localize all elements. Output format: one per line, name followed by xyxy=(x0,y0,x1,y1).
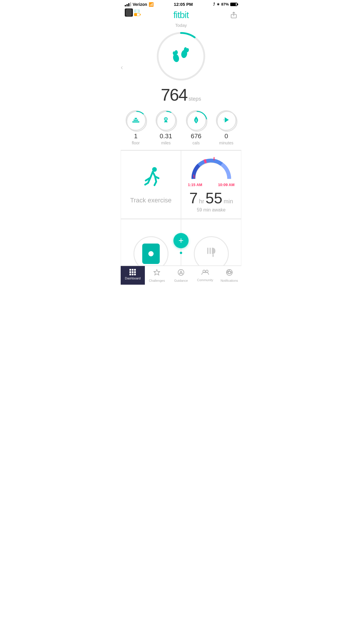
cals-circle xyxy=(186,110,206,131)
sleep-min-label: min xyxy=(224,198,233,204)
floors-circle xyxy=(126,110,146,131)
minutes-value: 0 xyxy=(224,132,228,140)
log-tile[interactable] xyxy=(121,219,181,266)
food-tile[interactable] xyxy=(181,219,241,266)
status-left: Verizon 📶 xyxy=(125,2,154,7)
stat-floors[interactable]: 1 floor xyxy=(126,110,146,145)
sleep-tile[interactable]: 1:15 AM 10:09 AM 7 hr 55 min 59 min awak… xyxy=(181,150,241,219)
log-dot xyxy=(148,251,154,256)
battery-indicator xyxy=(230,3,237,6)
cals-unit: cals xyxy=(192,141,200,145)
sleep-start-time: 1:15 AM xyxy=(188,183,202,187)
log-circle xyxy=(133,236,168,266)
signal-bars xyxy=(125,2,131,6)
nav-dashboard[interactable]: Dashboard xyxy=(121,266,145,285)
svg-line-25 xyxy=(194,175,194,178)
food-circle xyxy=(194,236,229,266)
svg-rect-27 xyxy=(207,248,208,254)
steps-circle xyxy=(155,30,207,83)
guidance-icon xyxy=(178,269,184,278)
minutes-unit: minutes xyxy=(219,141,233,145)
svg-point-18 xyxy=(165,118,166,120)
add-button[interactable]: + xyxy=(173,233,189,248)
nav-community-label: Community xyxy=(197,278,213,282)
log-card xyxy=(142,244,160,264)
cals-value: 676 xyxy=(191,132,201,140)
sleep-gauge xyxy=(188,155,235,180)
minutes-icon xyxy=(222,116,230,125)
svg-point-33 xyxy=(203,270,205,272)
svg-marker-30 xyxy=(154,270,160,275)
sleep-hours: 7 xyxy=(189,190,198,206)
nav-notifications[interactable]: Notifications xyxy=(217,266,241,285)
svg-rect-28 xyxy=(210,248,211,254)
device-icon xyxy=(125,8,133,17)
svg-point-34 xyxy=(206,270,208,272)
stat-cals[interactable]: 676 cals xyxy=(186,110,206,145)
device-battery xyxy=(134,13,140,16)
bottom-tiles-wrapper: + xyxy=(121,219,241,266)
floors-icon xyxy=(132,116,140,126)
svg-point-4 xyxy=(172,53,180,63)
notifications-icon xyxy=(226,269,233,278)
miles-value: 0.31 xyxy=(160,132,172,140)
status-right: ⤴ ∗ 87% xyxy=(213,2,237,6)
svg-rect-12 xyxy=(132,121,139,123)
stats-grid: 1 floor 0.31 miles xyxy=(121,108,241,150)
wifi-icon: 📶 xyxy=(149,2,154,7)
running-icon xyxy=(139,165,163,193)
svg-marker-22 xyxy=(225,117,229,123)
svg-rect-14 xyxy=(135,118,137,119)
status-bar: Verizon 📶 12:05 PM ⤴ ∗ 87% xyxy=(121,0,241,8)
app-title: fitbit xyxy=(173,10,189,20)
add-dot xyxy=(180,252,182,254)
miles-circle xyxy=(156,110,176,131)
svg-rect-29 xyxy=(212,254,214,257)
nav-guidance[interactable]: Guidance xyxy=(169,266,193,285)
carrier-label: Verizon xyxy=(133,2,147,7)
steps-unit: steps xyxy=(189,96,201,102)
stat-miles[interactable]: 0.31 miles xyxy=(156,110,176,145)
nav-challenges[interactable]: Challenges xyxy=(145,266,169,285)
floors-unit: floor xyxy=(132,141,140,145)
device-wifi-icon: ((·)) xyxy=(134,9,140,13)
sleep-moon-icon xyxy=(205,164,217,178)
device-badge: ((·)) xyxy=(125,8,140,17)
exercise-tile[interactable]: Track exercise xyxy=(121,150,181,219)
minutes-circle xyxy=(216,110,236,131)
stat-minutes[interactable]: 0 minutes xyxy=(216,110,236,145)
share-button[interactable] xyxy=(230,10,237,19)
app-header: ((·)) fitbit xyxy=(121,8,241,22)
bluetooth-icon: ∗ xyxy=(217,2,220,6)
location-icon: ⤴ xyxy=(213,2,215,6)
sleep-duration: 7 hr 55 min xyxy=(189,189,233,207)
food-icon xyxy=(205,246,218,262)
miles-icon xyxy=(162,116,170,125)
sleep-end-time: 10:09 AM xyxy=(218,183,235,187)
cals-icon xyxy=(193,116,200,125)
exercise-label: Track exercise xyxy=(130,197,171,204)
date-label: Today xyxy=(121,23,241,28)
nav-notifications-label: Notifications xyxy=(221,279,238,282)
sleep-hr-label: hr xyxy=(199,198,204,204)
svg-rect-13 xyxy=(133,120,138,121)
nav-community[interactable]: Community xyxy=(193,266,217,285)
miles-unit: miles xyxy=(161,141,171,145)
dashboard-icon xyxy=(129,269,136,275)
steps-number: 764 xyxy=(161,85,187,104)
steps-section: ‹ 764 steps xyxy=(121,30,241,104)
floors-value: 1 xyxy=(134,132,138,140)
community-icon xyxy=(201,269,209,277)
status-time: 12:05 PM xyxy=(174,2,193,7)
sleep-awake: 59 min awake xyxy=(197,207,226,213)
battery-percent: 87% xyxy=(221,2,229,6)
sleep-times: 1:15 AM 10:09 AM xyxy=(188,183,235,187)
device-signal: ((·)) xyxy=(134,9,140,16)
sleep-minutes: 55 xyxy=(205,190,222,206)
footsteps-icon xyxy=(171,46,191,67)
svg-marker-32 xyxy=(180,271,182,274)
tiles-grid: Track exercise xyxy=(121,150,241,219)
steps-display: 764 steps xyxy=(161,85,201,104)
challenges-icon xyxy=(153,269,160,278)
prev-day-button[interactable]: ‹ xyxy=(121,63,123,71)
